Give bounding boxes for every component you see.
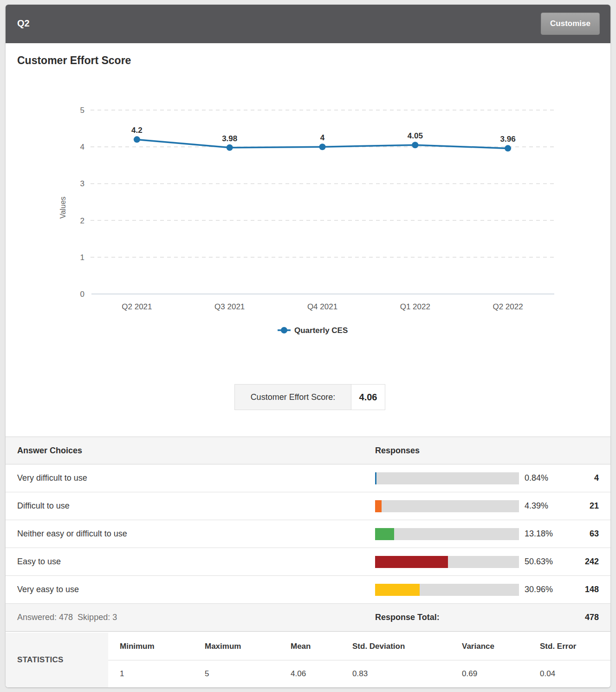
stat-column-value: 0.83 [352,660,368,687]
page-title: Customer Effort Score [17,54,131,67]
answer-choice-label: Easy to use [17,548,61,575]
score-box-label: Customer Effort Score: [235,385,351,410]
response-count: 63 [553,520,599,548]
response-bar-fill [375,556,448,568]
stat-column-header: Mean [291,633,311,660]
y-tick-label: 0 [80,290,84,299]
answer-row: Easy to use50.63%242 [6,548,610,576]
answer-choice-label: Very difficult to use [17,464,87,492]
answer-row: Neither easy or difficult to use13.18%63 [6,520,610,548]
x-tick-label: Q3 2021 [214,302,245,311]
data-point-label: 4.2 [131,126,143,135]
x-tick-label: Q4 2021 [307,302,337,311]
legend-label: Quarterly CES [294,326,348,335]
y-tick-label: 2 [80,216,84,225]
response-total-value: 478 [553,604,599,631]
statistics-label-cell: STATISTICS [6,633,108,687]
x-tick-label: Q1 2022 [400,302,430,311]
answer-choice-label: Difficult to use [17,492,70,520]
y-tick-label: 4 [80,143,84,151]
response-bar-fill [375,584,420,596]
data-point-label: 4 [320,133,325,142]
answer-rows: Very difficult to use0.84%4Difficult to … [6,464,610,604]
response-bar-fill [375,528,394,540]
stat-column-value: 1 [120,660,124,687]
response-bar-track [375,584,519,596]
legend-item[interactable]: Quarterly CES [278,326,348,335]
stat-column-header: Variance [462,633,494,660]
line-chart: 012345ValuesQ2 2021Q3 2021Q4 2021Q1 2022… [6,84,610,348]
answer-table-footer: Answered: 478Skipped: 3 Response Total: … [6,604,610,632]
column-header-responses: Responses [375,437,420,464]
answer-table-header: Answer Choices Responses [6,437,610,464]
response-percent: 0.84% [525,464,548,492]
y-tick-label: 1 [80,253,84,262]
answer-row: Very easy to use30.96%148 [6,576,610,604]
response-total-label: Response Total: [375,604,440,631]
response-percent: 4.39% [525,492,548,520]
column-header-answer-choices: Answer Choices [17,437,82,464]
response-bar-fill [375,472,376,484]
response-percent: 50.63% [525,548,553,575]
response-bar-track [375,528,519,540]
stat-column-value: 5 [205,660,209,687]
response-bar-track [375,472,519,484]
data-point [319,144,326,150]
y-axis-title: Values [59,196,67,219]
question-number: Q2 [17,18,30,29]
score-box-value: 4.06 [351,385,385,410]
question-result-card: Q2 Customise Customer Effort Score 01234… [6,5,610,687]
data-point-label: 4.05 [408,131,423,140]
y-tick-label: 5 [80,106,84,115]
data-point [412,142,418,148]
data-point-label: 3.98 [222,134,237,143]
stat-column-header: Std. Error [540,633,576,660]
answer-choice-label: Very easy to use [17,576,79,603]
x-tick-label: Q2 2021 [122,302,152,311]
legend-dot-icon [281,327,287,333]
statistics-section: STATISTICS Minimum1Maximum5Mean4.06Std. … [6,633,610,687]
response-percent: 13.18% [525,520,553,548]
response-count: 4 [553,464,599,492]
x-tick-label: Q2 2022 [493,302,523,311]
card-header: Q2 Customise [6,5,610,43]
response-count: 242 [553,548,599,575]
customise-button[interactable]: Customise [541,13,600,35]
response-bar-track [375,500,519,512]
data-point [134,136,140,143]
answer-row: Difficult to use4.39%21 [6,492,610,520]
stat-column-value: 0.69 [462,660,477,687]
y-tick-label: 3 [80,179,84,188]
answer-choice-label: Neither easy or difficult to use [17,520,127,548]
stat-column-value: 4.06 [291,660,306,687]
answered-skipped-text: Answered: 478Skipped: 3 [17,604,117,631]
stat-column-header: Minimum [120,633,155,660]
response-count: 21 [553,492,599,520]
data-point [227,144,233,151]
answer-table: Answer Choices Responses Very difficult … [6,437,610,632]
answer-row: Very difficult to use0.84%4 [6,464,610,492]
score-box: Customer Effort Score: 4.06 [234,384,385,410]
stat-column-header: Std. Deviation [352,633,405,660]
stat-column-header: Maximum [205,633,241,660]
data-point-label: 3.96 [500,135,516,144]
response-bar-track [375,556,519,568]
response-count: 148 [553,576,599,603]
stat-column-value: 0.04 [540,660,555,687]
data-point [505,145,511,151]
response-bar-fill [375,500,382,512]
response-percent: 30.96% [525,576,553,603]
statistics-label: STATISTICS [17,655,64,665]
